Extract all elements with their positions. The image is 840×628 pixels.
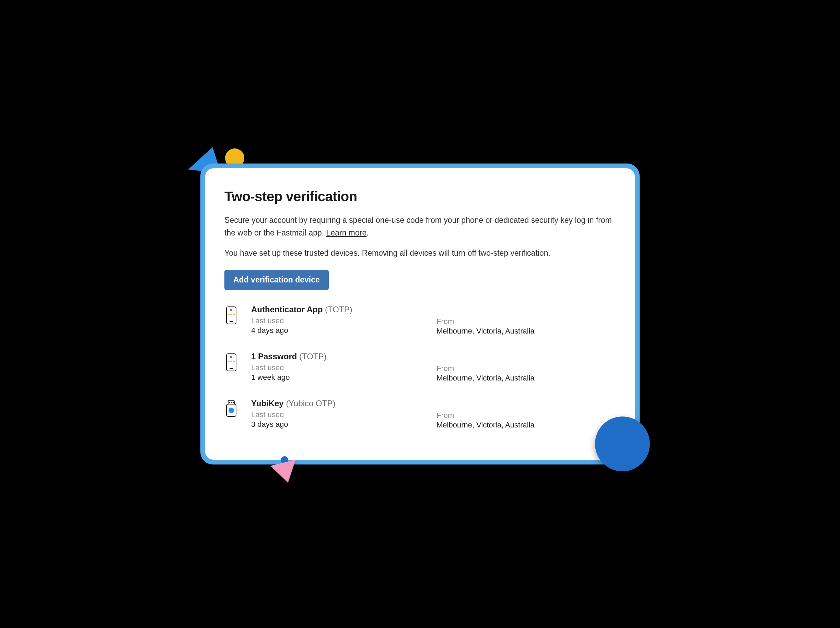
last-used-value: 4 days ago [251, 326, 430, 335]
usb-key-icon [224, 400, 238, 419]
svg-point-17 [229, 408, 234, 413]
device-name: 1 Password [251, 352, 297, 361]
device-name: Authenticator App [251, 305, 322, 314]
device-location: FromMelbourne, Victoria, Australia [436, 305, 616, 335]
authenticator-phone-icon [224, 306, 238, 325]
device-type: (TOTP) [299, 352, 327, 361]
svg-rect-11 [230, 368, 233, 369]
svg-rect-13 [229, 402, 230, 403]
device-location: FromMelbourne, Victoria, Australia [436, 399, 616, 430]
last-used-label: Last used [251, 410, 430, 419]
device-name: YubiKey [251, 399, 284, 408]
description-text: Secure your account by requiring a speci… [224, 216, 612, 237]
from-label: From [436, 317, 616, 326]
description: Secure your account by requiring a speci… [224, 214, 616, 239]
from-label: From [436, 411, 616, 420]
device-icon [224, 352, 245, 382]
device-icon [224, 305, 245, 335]
svg-rect-2 [228, 314, 230, 315]
svg-rect-9 [231, 360, 232, 362]
authenticator-phone-icon [224, 353, 238, 372]
svg-rect-10 [233, 360, 235, 362]
device-type: (Yubico OTP) [286, 399, 335, 408]
from-value: Melbourne, Victoria, Australia [436, 327, 616, 335]
device-type: (TOTP) [325, 305, 352, 314]
last-used-value: 1 week ago [251, 373, 430, 382]
learn-more-link[interactable]: Learn more [326, 228, 367, 237]
page-title: Two-step verification [224, 189, 616, 204]
subtext: You have set up these trusted devices. R… [224, 247, 616, 260]
device-info: Authenticator App (TOTP)Last used4 days … [251, 305, 430, 335]
svg-rect-3 [231, 314, 232, 315]
device-info: YubiKey (Yubico OTP)Last used3 days ago [251, 399, 430, 430]
svg-rect-8 [228, 360, 230, 362]
last-used-label: Last used [251, 364, 430, 372]
add-verification-device-button[interactable]: Add verification device [224, 270, 329, 290]
svg-rect-7 [230, 356, 232, 358]
card-frame: Two-step verification Secure your accoun… [201, 164, 639, 464]
svg-rect-5 [230, 321, 233, 322]
from-value: Melbourne, Victoria, Australia [436, 420, 616, 430]
device-info: 1 Password (TOTP)Last used1 week ago [251, 352, 430, 382]
device-location: FromMelbourne, Victoria, Australia [436, 352, 616, 382]
device-list: Authenticator App (TOTP)Last used4 days … [224, 297, 616, 438]
last-used-value: 3 days ago [251, 420, 430, 429]
device-icon [224, 399, 245, 430]
device-row[interactable]: 1 Password (TOTP)Last used1 week agoFrom… [224, 344, 616, 391]
svg-rect-1 [230, 309, 232, 311]
svg-rect-4 [233, 314, 235, 315]
from-value: Melbourne, Victoria, Australia [436, 374, 616, 382]
from-label: From [436, 364, 616, 373]
svg-rect-15 [233, 402, 234, 403]
svg-rect-14 [231, 402, 232, 403]
device-row[interactable]: YubiKey (Yubico OTP)Last used3 days agoF… [224, 391, 616, 438]
two-step-card: Two-step verification Secure your accoun… [205, 168, 635, 460]
last-used-label: Last used [251, 316, 430, 325]
description-post: . [366, 228, 368, 237]
device-row[interactable]: Authenticator App (TOTP)Last used4 days … [224, 297, 616, 344]
